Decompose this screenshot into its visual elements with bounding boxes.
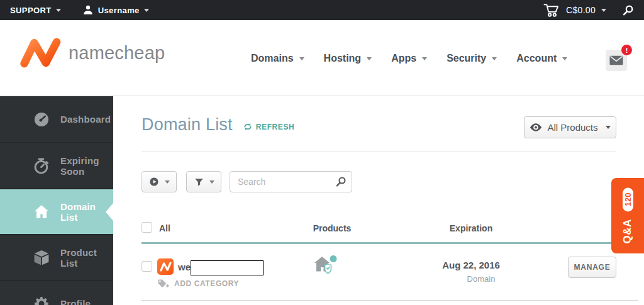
cart-icon[interactable]: [543, 3, 560, 18]
nav-label: Apps: [391, 53, 416, 64]
product-type-label: Domain: [450, 274, 513, 284]
nav-domains[interactable]: Domains: [251, 53, 304, 64]
nav-label: Security: [447, 53, 486, 64]
house-icon: [32, 202, 51, 221]
qa-feedback-tab[interactable]: Q&A 120: [611, 178, 644, 253]
support-label: SUPPORT: [10, 6, 52, 15]
sidebar-item-dashboard[interactable]: Dashboard: [0, 96, 113, 142]
masthead: namecheap Domains Hosting Apps Security …: [0, 20, 644, 96]
sidebar-item-domain-list[interactable]: Domain List: [0, 188, 113, 234]
gear-icon: [32, 294, 51, 305]
domain-name[interactable]: we: [178, 262, 191, 272]
select-all-label: All: [159, 223, 170, 233]
namecheap-domain-icon: [157, 258, 174, 275]
all-products-dropdown[interactable]: All Products: [524, 116, 616, 138]
topbar-right: C$0.00: [543, 3, 634, 18]
sidebar-item-label: Profile: [60, 298, 91, 305]
envelope-icon: [609, 55, 623, 65]
qa-count-badge: 120: [623, 188, 633, 212]
username-menu[interactable]: Username: [82, 4, 149, 16]
play-circle-icon: [148, 176, 160, 187]
chevron-down-icon: [422, 57, 427, 60]
sidebar: Dashboard Expiring Soon Domain List Prod…: [0, 96, 113, 305]
namecheap-logo-mark: [20, 38, 62, 68]
domain-list-content: Domain List REFRESH All Products: [113, 96, 644, 305]
chevron-down-icon: [209, 180, 214, 184]
eye-icon: [530, 123, 542, 131]
search-icon[interactable]: [335, 176, 347, 190]
nav-hosting[interactable]: Hosting: [324, 53, 372, 64]
row-divider: [142, 300, 638, 301]
nav-label: Account: [516, 53, 557, 64]
title-row: Domain List REFRESH: [142, 115, 294, 135]
namecheap-logo[interactable]: namecheap: [20, 38, 165, 68]
chevron-down-icon: [492, 57, 497, 60]
chevron-down-icon: [165, 180, 170, 184]
domain-product-icon[interactable]: [312, 253, 338, 279]
filter-row: [142, 171, 352, 192]
row-checkbox[interactable]: [142, 261, 152, 272]
expiration-date: Aug 22, 2016: [440, 260, 502, 270]
namecheap-app: SUPPORT Username C$0.00: [0, 0, 644, 305]
chevron-down-icon: [299, 57, 304, 60]
gauge-icon: [32, 110, 51, 129]
nav-security[interactable]: Security: [447, 53, 497, 64]
tag-plus-icon: [157, 279, 170, 289]
sidebar-item-label: Expiring Soon: [60, 155, 113, 177]
topbar-left: SUPPORT Username: [10, 4, 149, 16]
manage-button[interactable]: MANAGE: [568, 257, 616, 278]
bulk-actions-dropdown[interactable]: [142, 171, 177, 192]
select-all-checkbox[interactable]: [142, 222, 152, 233]
add-category-link[interactable]: ADD CATEGORY: [157, 279, 239, 289]
nav-label: Domains: [251, 53, 294, 64]
search-box: [230, 171, 352, 192]
refresh-label: REFRESH: [256, 123, 295, 131]
funnel-icon: [194, 177, 204, 187]
main-nav: Domains Hosting Apps Security Account: [251, 20, 567, 96]
column-header-expiration: Expiration: [440, 223, 502, 233]
chevron-down-icon[interactable]: [601, 9, 606, 12]
table-header-underline: [142, 242, 638, 244]
chevron-down-icon: [562, 57, 567, 60]
cart-total[interactable]: C$0.00: [566, 5, 596, 15]
sidebar-item-profile[interactable]: Profile: [0, 280, 113, 305]
search-icon[interactable]: [622, 4, 634, 16]
logo-wordmark: namecheap: [69, 43, 165, 64]
filter-dropdown[interactable]: [186, 171, 221, 192]
sidebar-item-expiring-soon[interactable]: Expiring Soon: [0, 142, 113, 188]
chevron-down-icon: [367, 57, 372, 60]
refresh-icon: [243, 123, 252, 131]
nav-account[interactable]: Account: [516, 53, 567, 64]
stopwatch-icon: [32, 157, 51, 175]
divider: [142, 151, 616, 152]
qa-label: Q&A: [621, 219, 634, 243]
chevron-down-icon: [144, 9, 149, 12]
search-input[interactable]: [230, 171, 352, 192]
redaction-box: [191, 260, 264, 275]
add-category-label: ADD CATEGORY: [174, 279, 239, 288]
column-header-products: Products: [301, 223, 364, 233]
page-title: Domain List: [142, 115, 233, 135]
support-menu[interactable]: SUPPORT: [10, 6, 61, 15]
chevron-down-icon: [56, 9, 61, 12]
username-label: Username: [98, 6, 140, 15]
nav-apps[interactable]: Apps: [391, 53, 427, 64]
sidebar-item-label: Dashboard: [60, 114, 111, 125]
sidebar-item-label: Domain List: [60, 201, 113, 223]
user-icon: [82, 4, 94, 16]
topbar: SUPPORT Username C$0.00: [0, 0, 644, 20]
sidebar-item-product-list[interactable]: Product List: [0, 234, 113, 280]
qa-tab-content: Q&A 120: [621, 188, 634, 244]
all-products-label: All Products: [547, 122, 597, 133]
box-icon: [32, 248, 51, 267]
messages-button[interactable]: !: [606, 50, 627, 71]
refresh-link[interactable]: REFRESH: [243, 123, 295, 131]
notification-badge: !: [621, 45, 632, 55]
chevron-down-icon: [606, 126, 611, 129]
sidebar-item-label: Product List: [60, 247, 113, 269]
nav-label: Hosting: [324, 53, 362, 64]
